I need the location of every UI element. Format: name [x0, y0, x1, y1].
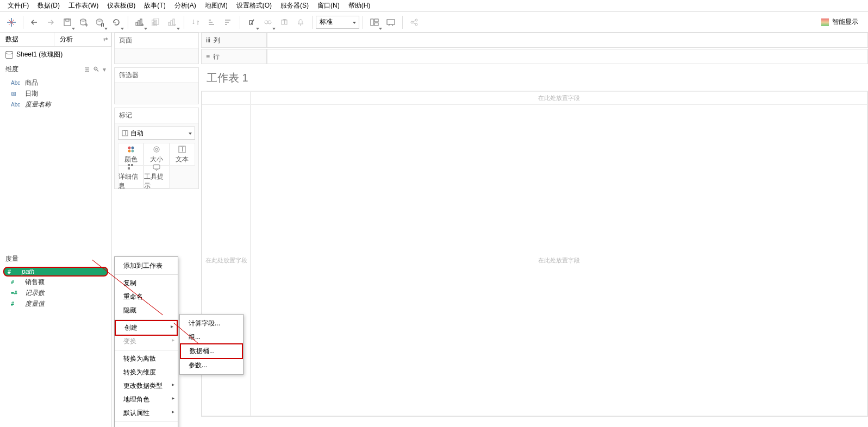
presentation-icon[interactable] [383, 14, 399, 30]
measure-field-path[interactable]: #path [3, 267, 108, 277]
sort-asc-icon[interactable] [204, 14, 220, 30]
save-icon[interactable] [59, 14, 76, 30]
menu-dashboard[interactable]: 仪表板(B) [104, 0, 139, 11]
new-datasource-icon[interactable] [76, 14, 92, 30]
data-pane: 数据 分析⇄ Sheet1 (玫瑰图) 维度 ⊞🔍︎▾ Abc商品 📅︎日期 A… [0, 33, 112, 427]
ctx-change-dtype[interactable]: 更改数据类型 [115, 379, 178, 393]
swap-icon[interactable] [188, 14, 204, 30]
label-card[interactable]: T文本 [170, 143, 195, 166]
menu-server[interactable]: 服务器(S) [277, 0, 312, 11]
label-icon[interactable]: T [276, 14, 292, 30]
measure-field[interactable]: =#记录数 [0, 287, 111, 298]
sub-param[interactable]: 参数... [180, 359, 243, 372]
measure-field[interactable]: #销售额 [0, 277, 111, 287]
ctx-to-dimension[interactable]: 转换为维度 [115, 366, 178, 379]
ctx-create[interactable]: 创建 [115, 320, 178, 336]
show-me-button[interactable]: 智能显示 [815, 14, 865, 30]
forward-icon[interactable] [43, 14, 59, 30]
sub-group[interactable]: 组... [180, 330, 243, 344]
size-card[interactable]: 大小 [143, 143, 169, 166]
sub-bin[interactable]: 数据桶... [180, 343, 243, 359]
menu-data[interactable]: 数据(D) [34, 0, 63, 11]
menu-map[interactable]: 地图(M) [202, 0, 231, 11]
ctx-geo-role[interactable]: 地理角色 [115, 393, 178, 406]
svg-rect-29 [225, 20, 230, 21]
menu-analysis[interactable]: 分析(A) [171, 0, 199, 11]
menu-file[interactable]: 文件(F) [4, 0, 32, 11]
menu-bar: 文件(F) 数据(D) 工作表(W) 仪表板(B) 故事(T) 分析(A) 地图… [0, 0, 868, 12]
svg-point-51 [128, 149, 130, 152]
fit-dropdown[interactable]: 标准 [316, 16, 359, 29]
svg-rect-26 [209, 20, 211, 21]
mark-type-dropdown[interactable]: T 自动 [118, 127, 195, 140]
analysis-tab[interactable]: 分析⇄ [54, 33, 112, 46]
show-me-icon [821, 18, 829, 26]
ctx-default-props[interactable]: 默认属性 [115, 406, 178, 420]
pause-updates-icon[interactable] [92, 14, 108, 30]
viz-drop-area[interactable]: 在此处放置字段 在此处放置字段 在此处放置字段 [201, 91, 868, 417]
show-hide-cards-icon[interactable] [366, 14, 383, 30]
detail-icon [127, 164, 135, 171]
ctx-group[interactable]: 分组 [115, 424, 178, 427]
svg-rect-4 [64, 19, 71, 26]
back-icon[interactable] [27, 14, 43, 30]
svg-point-52 [131, 149, 134, 152]
filters-shelf[interactable]: 筛选器 [114, 67, 199, 104]
menu-icon[interactable]: ▾ [103, 66, 106, 73]
pages-shelf[interactable]: 页面 [114, 33, 199, 64]
sort-desc-icon[interactable] [220, 14, 236, 30]
new-sheet-icon[interactable] [132, 14, 148, 30]
menu-story[interactable]: 故事(T) [141, 0, 168, 11]
svg-rect-12 [136, 22, 138, 26]
columns-icon: iii [206, 36, 210, 44]
svg-rect-13 [138, 21, 140, 26]
datasource-item[interactable]: Sheet1 (玫瑰图) [0, 47, 111, 62]
menu-help[interactable]: 帮助(H) [345, 0, 374, 11]
svg-rect-30 [225, 22, 229, 23]
sub-calc-field[interactable]: 计算字段... [180, 317, 243, 330]
svg-rect-14 [140, 19, 142, 26]
pin-icon[interactable] [292, 14, 309, 30]
ctx-hide[interactable]: 隐藏 [115, 304, 178, 317]
svg-line-46 [413, 23, 415, 24]
svg-point-32 [265, 21, 268, 24]
menu-worksheet[interactable]: 工作表(W) [65, 0, 102, 11]
highlight-icon[interactable] [243, 14, 260, 30]
search-icon[interactable]: 🔍︎ [93, 66, 99, 73]
duplicate-sheet-icon[interactable] [148, 14, 164, 30]
group-icon[interactable] [260, 14, 276, 30]
menu-format[interactable]: 设置格式(O) [233, 0, 275, 11]
data-tab[interactable]: 数据 [0, 33, 54, 46]
svg-rect-57 [128, 164, 130, 166]
svg-text:T: T [283, 18, 287, 26]
tooltip-card[interactable]: 工具提示 [143, 166, 169, 189]
refresh-icon[interactable] [108, 14, 124, 30]
text-icon: T [178, 145, 186, 154]
svg-point-49 [128, 146, 130, 149]
svg-point-44 [415, 23, 417, 26]
marks-card: 标记 T 自动 颜色 大小 T文本 详细信息 工具提示 [114, 108, 199, 189]
view-list-icon[interactable]: ⊞ [84, 66, 90, 73]
ctx-copy[interactable]: 复制 [115, 277, 178, 290]
measure-field[interactable]: #度量值 [0, 298, 111, 309]
rows-shelf[interactable]: ≡行 [201, 49, 868, 64]
tableau-logo-icon[interactable] [3, 14, 20, 30]
ctx-to-discrete[interactable]: 转换为离散 [115, 352, 178, 366]
clear-sheet-icon[interactable] [164, 14, 180, 30]
sheet-title[interactable]: 工作表 1 [201, 65, 868, 91]
dimension-field[interactable]: Abc度量名称 [0, 99, 111, 110]
detail-card[interactable]: 详细信息 [118, 166, 143, 189]
dimension-field[interactable]: Abc商品 [0, 77, 111, 88]
dimension-field[interactable]: 📅︎日期 [0, 88, 111, 99]
calendar-icon: 📅︎ [11, 91, 22, 97]
color-icon [127, 145, 135, 154]
rows-icon: ≡ [206, 53, 210, 60]
ctx-add-to-sheet[interactable]: 添加到工作表 [115, 259, 178, 273]
svg-rect-10 [101, 23, 102, 27]
drop-hint-main: 在此处放置字段 [251, 104, 867, 416]
color-card[interactable]: 颜色 [118, 143, 143, 166]
menu-window[interactable]: 窗口(N) [314, 0, 343, 11]
measures-list: #path #销售额 =#记录数 #度量值 [0, 266, 111, 310]
share-icon[interactable] [406, 14, 422, 30]
columns-shelf[interactable]: iii列 [201, 33, 868, 48]
